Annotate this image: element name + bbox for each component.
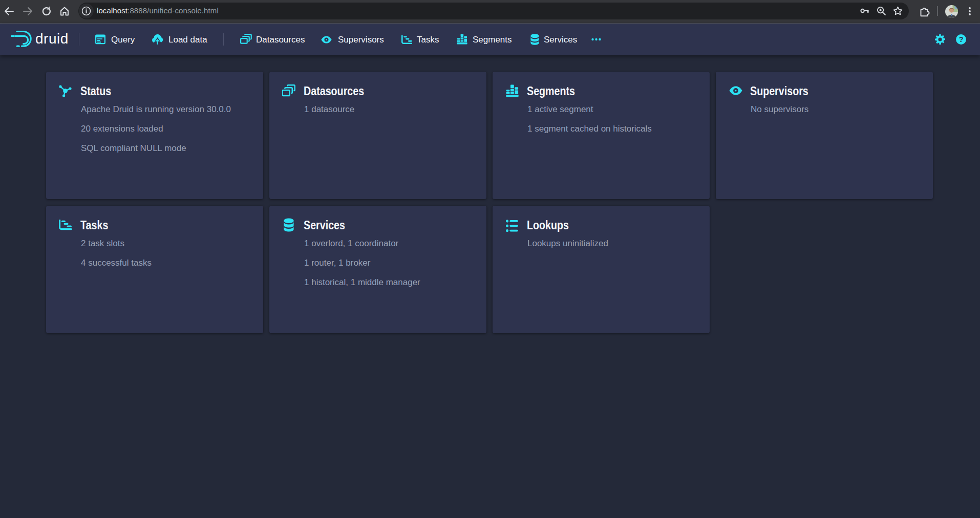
svg-text:?: ? — [958, 35, 963, 44]
